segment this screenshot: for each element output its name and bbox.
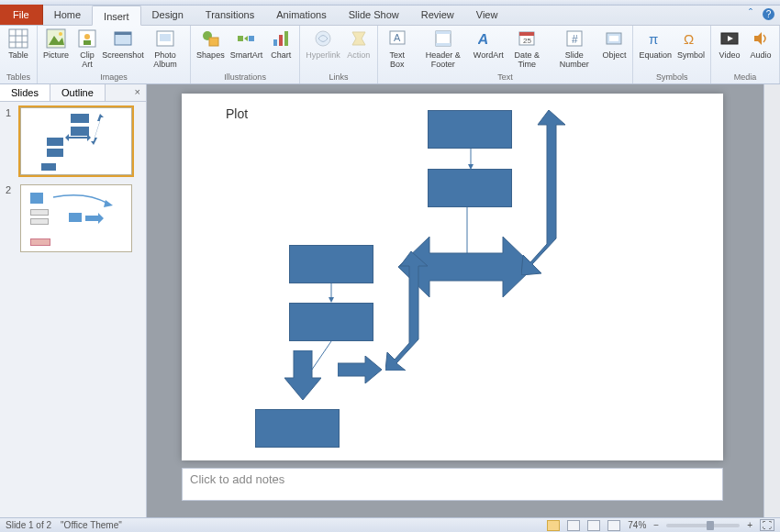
tab-slideshow[interactable]: Slide Show <box>338 5 410 25</box>
vertical-scrollbar[interactable] <box>763 84 780 517</box>
ribbon-label: Date & Time <box>507 50 547 69</box>
panel-tab-slides[interactable]: Slides <box>0 84 50 101</box>
svg-rect-29 <box>436 43 451 46</box>
notes-pane[interactable]: Click to add notes <box>182 468 723 501</box>
thumbnail-row[interactable]: 1 <box>6 107 140 175</box>
chart-icon <box>270 28 292 50</box>
tab-home[interactable]: Home <box>43 5 92 25</box>
slide-thumbnail-1[interactable] <box>20 107 132 175</box>
connector-line[interactable] <box>329 283 334 304</box>
slide-title[interactable]: Plot <box>226 106 248 121</box>
workspace: Slides Outline × 1 2 <box>0 84 780 517</box>
ribbon-label: Equation <box>639 50 672 60</box>
panel-close-button[interactable]: × <box>129 84 146 101</box>
video-icon <box>719 28 741 50</box>
svg-marker-46 <box>85 213 104 224</box>
group-label: Links <box>306 72 372 83</box>
svg-rect-21 <box>279 35 283 46</box>
svg-rect-0 <box>9 29 28 48</box>
tab-review[interactable]: Review <box>410 5 465 25</box>
chart-button[interactable]: Chart <box>268 28 294 60</box>
action-button: Action <box>346 28 372 60</box>
textbox-icon: A <box>386 28 408 50</box>
shapes-icon <box>199 28 221 50</box>
datetime-icon: 25 <box>516 28 538 50</box>
group-links: Hyperlink Action Links <box>300 26 378 83</box>
video-button[interactable]: Video <box>717 28 742 60</box>
svg-rect-18 <box>249 36 254 41</box>
shape-rect[interactable] <box>428 110 512 149</box>
group-tables: Table Tables <box>0 26 38 83</box>
thumbnail-list: 1 2 <box>0 102 146 517</box>
tab-view[interactable]: View <box>465 5 509 25</box>
thumb-number: 1 <box>6 107 15 175</box>
shapes-button[interactable]: Shapes <box>196 28 225 60</box>
slidenumber-button[interactable]: #Slide Number <box>552 28 596 69</box>
shape-right-arrow[interactable] <box>338 356 382 383</box>
headerfooter-button[interactable]: Header & Footer <box>417 28 470 69</box>
slide-editor[interactable]: Plot Click to add notes <box>147 84 763 517</box>
svg-point-9 <box>84 34 90 39</box>
sorter-view-button[interactable] <box>567 520 580 531</box>
slideshow-view-button[interactable] <box>607 520 620 531</box>
textbox-button[interactable]: AText Box <box>384 28 411 69</box>
status-bar: Slide 1 of 2 "Office Theme" 74% − + ⛶ <box>0 517 780 532</box>
object-button[interactable]: Object <box>601 28 627 60</box>
thumbnail-row[interactable]: 2 <box>6 184 140 252</box>
slide-thumbnail-2[interactable] <box>20 184 132 252</box>
tab-design[interactable]: Design <box>141 5 195 25</box>
table-button[interactable]: Table <box>6 28 31 60</box>
svg-marker-44 <box>91 114 104 145</box>
reading-view-button[interactable] <box>587 520 600 531</box>
shape-rect[interactable] <box>289 245 373 283</box>
svg-rect-20 <box>273 39 277 46</box>
ribbon-label: Video <box>719 50 741 60</box>
clipart-button[interactable]: Clip Art <box>74 28 100 69</box>
datetime-button[interactable]: 25Date & Time <box>507 28 547 69</box>
slide-canvas[interactable]: Plot <box>182 94 723 460</box>
svg-text:25: 25 <box>523 37 531 45</box>
screenshot-button[interactable]: Screenshot <box>106 28 140 60</box>
zoom-slider[interactable] <box>666 524 740 527</box>
connector-line[interactable] <box>468 149 474 171</box>
screenshot-icon <box>112 28 134 50</box>
tab-transitions[interactable]: Transitions <box>195 5 265 25</box>
svg-marker-24 <box>352 32 365 45</box>
ribbon: Table Tables Picture Clip Art Screenshot… <box>0 26 780 84</box>
help-icon[interactable]: ? <box>763 8 774 20</box>
zoom-out-button[interactable]: − <box>653 520 659 530</box>
ribbon-label: Audio <box>750 50 771 60</box>
picture-icon <box>45 28 67 50</box>
shape-bent-arrow[interactable] <box>385 251 437 371</box>
svg-marker-52 <box>521 110 565 275</box>
ribbon-label: Text Box <box>384 50 411 69</box>
panel-tab-outline[interactable]: Outline <box>50 84 106 101</box>
tab-animations[interactable]: Animations <box>265 5 337 25</box>
shape-rect[interactable] <box>255 409 340 448</box>
minimize-ribbon-icon[interactable]: ˆ <box>744 7 757 20</box>
svg-rect-37 <box>609 36 618 41</box>
file-tab[interactable]: File <box>0 5 43 25</box>
shape-rect[interactable] <box>289 303 373 341</box>
group-label: Tables <box>6 72 31 83</box>
normal-view-button[interactable] <box>547 520 560 531</box>
audio-button[interactable]: Audio <box>748 28 774 60</box>
equation-icon: π <box>644 28 666 50</box>
svg-text:#: # <box>572 33 578 46</box>
symbol-button[interactable]: ΩSymbol <box>677 28 705 60</box>
shape-down-arrow[interactable] <box>284 350 321 400</box>
fit-button[interactable]: ⛶ <box>760 519 774 531</box>
shape-rect[interactable] <box>428 169 512 207</box>
shape-bent-arrow[interactable] <box>521 110 576 275</box>
picture-button[interactable]: Picture <box>43 28 69 60</box>
photoalbum-button[interactable]: Photo Album <box>146 28 184 69</box>
svg-marker-19 <box>244 36 248 41</box>
smartart-button[interactable]: SmartArt <box>230 28 263 60</box>
svg-marker-54 <box>329 297 334 303</box>
photoalbum-icon <box>154 28 176 50</box>
wordart-button[interactable]: AWordArt <box>475 28 502 60</box>
svg-point-7 <box>59 32 62 36</box>
zoom-in-button[interactable]: + <box>747 520 752 530</box>
tab-insert[interactable]: Insert <box>92 6 141 26</box>
equation-button[interactable]: πEquation <box>639 28 672 60</box>
